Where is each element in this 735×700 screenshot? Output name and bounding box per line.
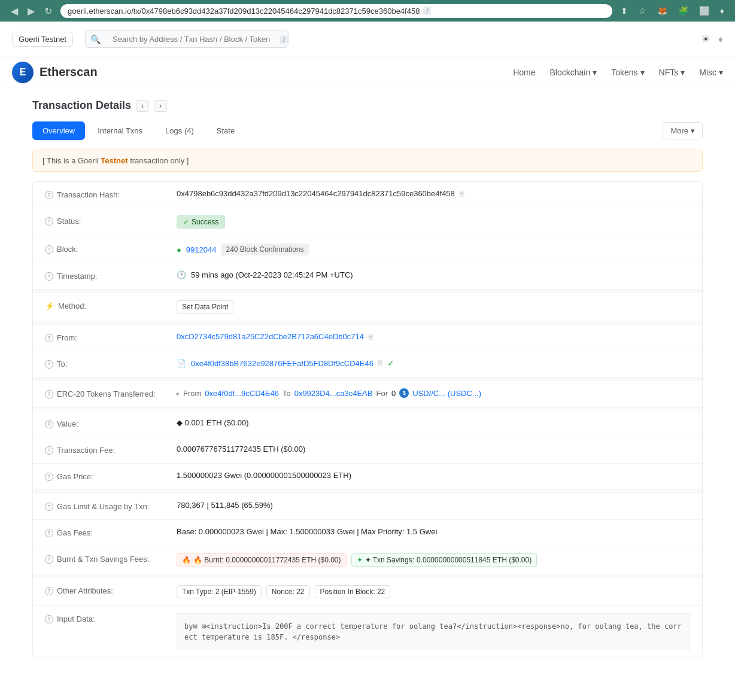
method-row: ⚡ Method: Set Data Point <box>33 293 702 321</box>
gasfees-help-icon[interactable]: ? <box>45 529 53 537</box>
nav-home[interactable]: Home <box>513 68 535 77</box>
nav-misc[interactable]: Misc ▾ <box>699 68 723 77</box>
tab-overview[interactable]: Overview <box>32 121 85 140</box>
txfee-row: ? Transaction Fee: 0.000767767511772435 … <box>33 437 702 464</box>
nav-links: Home Blockchain ▾ Tokens ▾ NFTs ▾ Misc ▾ <box>513 68 723 77</box>
gasprice-label: ? Gas Price: <box>45 471 177 481</box>
from-help-icon[interactable]: ? <box>45 334 53 342</box>
txn-type-badge: Txn Type: 2 (EIP-1559) <box>177 585 262 598</box>
value-label: ? Value: <box>45 418 177 428</box>
burnt-savings-value: 🔥 🔥 Burnt: 0.00000000011772435 ETH ($0.0… <box>177 553 690 567</box>
nav-blockchain[interactable]: Blockchain ▾ <box>549 68 597 77</box>
block-number-link[interactable]: 9912044 <box>186 245 217 254</box>
input-data-row: ? Input Data: by⊠ ⊠<instruction>Is 200F … <box>33 606 702 658</box>
to-label: ? To: <box>45 358 177 369</box>
page-inner: Transaction Details ‹ › Overview Interna… <box>20 87 715 670</box>
block-help-icon[interactable]: ? <box>45 245 53 254</box>
burnt-label: 🔥 Burnt: <box>193 556 223 564</box>
block-value: ● 9912044 240 Block Confirmations <box>177 244 690 255</box>
lightning-icon: ⚡ <box>45 302 54 311</box>
eth-button[interactable]: ♦ <box>716 5 728 17</box>
slash-badge: / <box>423 7 431 15</box>
back-button[interactable]: ◀ <box>7 4 22 18</box>
burnt-badge: 🔥 🔥 Burnt: 0.00000000011772435 ETH ($0.0… <box>177 553 347 567</box>
next-button[interactable]: › <box>154 100 167 112</box>
txfee-label: ? Transaction Fee: <box>45 445 177 455</box>
verified-icon: ✓ <box>387 358 394 368</box>
puzzle-button[interactable]: 🧩 <box>675 5 692 17</box>
from-row: ? From: 0xcD2734c579d81a25C22dCbe2B712a6… <box>33 325 702 351</box>
position-badge: Position In Block: 22 <box>315 585 391 598</box>
block-label: ? Block: <box>45 244 177 254</box>
fire-icon: 🔥 <box>182 556 191 564</box>
value-help-icon[interactable]: ? <box>45 420 53 428</box>
reload-button[interactable]: ↻ <box>41 4 56 18</box>
search-bar[interactable]: 🔍 / <box>85 31 288 48</box>
txfee-help-icon[interactable]: ? <box>45 446 53 455</box>
window-button[interactable]: ⬜ <box>695 5 713 17</box>
checkmark-icon: ✓ <box>183 218 189 226</box>
page-title: Transaction Details <box>32 99 131 112</box>
bookmark-button[interactable]: ☆ <box>635 5 650 17</box>
gasprice-help-icon[interactable]: ? <box>45 473 53 481</box>
status-badge: ✓ Success <box>177 215 225 229</box>
share-button[interactable]: ⬆ <box>617 5 631 17</box>
erc20-from-link[interactable]: 0xe4f0df...9cCD4E46 <box>205 389 279 398</box>
timestamp-help-icon[interactable]: ? <box>45 272 53 281</box>
search-slash: / <box>280 35 288 44</box>
browser-chrome: ◀ ▶ ↻ goerli.etherscan.io/tx/0x4798eb6c9… <box>0 0 735 22</box>
erc20-label: ? ERC-20 Tokens Transferred: <box>45 388 177 398</box>
input-data-value: by⊠ ⊠<instruction>Is 200F a correct temp… <box>177 613 690 650</box>
tab-logs[interactable]: Logs (4) <box>155 121 204 140</box>
other-attrs-label: ? Other Attributes: <box>45 585 177 595</box>
gaslimit-row: ? Gas Limit & Usage by Txn: 780,367 | 51… <box>33 494 702 520</box>
txhash-label: ? Transaction Hash: <box>45 189 177 199</box>
txfee-value: 0.000767767511772435 ETH ($0.00) <box>177 445 690 454</box>
tab-internal-txns[interactable]: Internal Txns <box>87 121 153 140</box>
nav-tokens[interactable]: Tokens ▾ <box>611 68 644 77</box>
timestamp-label: ? Timestamp: <box>45 270 177 281</box>
browser-nav[interactable]: ◀ ▶ ↻ <box>7 4 56 18</box>
burnt-help-icon[interactable]: ? <box>45 555 53 564</box>
usdc-icon: $ <box>399 388 409 398</box>
prev-button[interactable]: ‹ <box>136 100 149 112</box>
erc20-to-link[interactable]: 0x9923D4...ca3c4EAB <box>294 389 373 398</box>
url-bar: goerli.etherscan.io/tx/0x4798eb6c93dd432… <box>60 4 612 18</box>
network-selector[interactable]: Goerli Testnet <box>12 32 73 47</box>
other-attrs-value: Txn Type: 2 (EIP-1559) Nonce: 22 Positio… <box>177 585 690 598</box>
txhash-value: 0x4798eb6c93dd432a37fd209d13c22045464c29… <box>177 189 690 198</box>
forward-button[interactable]: ▶ <box>24 4 38 18</box>
input-data-box: by⊠ ⊠<instruction>Is 200F a correct temp… <box>177 613 690 650</box>
tabs: Overview Internal Txns Logs (4) State <box>32 121 245 140</box>
from-copy-icon[interactable]: ⎘ <box>369 333 373 341</box>
to-help-icon[interactable]: ? <box>45 360 53 369</box>
gaslimit-help-icon[interactable]: ? <box>45 503 53 511</box>
other-attrs-help-icon[interactable]: ? <box>45 587 53 595</box>
erc20-value: ▸ From 0xe4f0df...9cCD4E46 To 0x9923D4..… <box>177 388 690 398</box>
method-badge: Set Data Point <box>177 300 233 314</box>
eth-logo: ♦ <box>718 34 723 45</box>
top-nav: Goerli Testnet 🔍 / ☀ ♦ <box>0 22 735 57</box>
erc20-help-icon[interactable]: ? <box>45 390 53 398</box>
txhash-help-icon[interactable]: ? <box>45 191 53 199</box>
tabs-row: Overview Internal Txns Logs (4) State Mo… <box>32 121 703 140</box>
input-help-icon[interactable]: ? <box>45 615 53 623</box>
from-address-link[interactable]: 0xcD2734c579d81a25C22dCbe2B712a6C4eDb0c7… <box>177 332 364 341</box>
txhash-copy-icon[interactable]: ⎘ <box>460 190 464 198</box>
nonce-badge: Nonce: 22 <box>266 585 310 598</box>
erc20-amount: 0 <box>391 389 396 398</box>
tab-state[interactable]: State <box>206 121 245 140</box>
nav-nfts[interactable]: NFTs ▾ <box>659 68 685 77</box>
page-content: Transaction Details ‹ › Overview Interna… <box>0 87 735 700</box>
more-button[interactable]: More ▾ <box>663 122 703 139</box>
method-label: ⚡ Method: <box>45 300 177 311</box>
search-input[interactable] <box>105 31 280 47</box>
value-row: ? Value: ◆ 0.001 ETH ($0.00) <box>33 411 702 437</box>
logo[interactable]: E Etherscan <box>12 62 98 83</box>
theme-toggle[interactable]: ☀ <box>698 32 713 46</box>
to-address-link[interactable]: 0xe4f0df38bB7632e92876FEFafD5FD8Df9cCD4E… <box>191 359 373 368</box>
to-copy-icon[interactable]: ⎘ <box>378 359 382 367</box>
status-help-icon[interactable]: ? <box>45 217 53 226</box>
erc20-token-link[interactable]: USD//C... (USDC...) <box>412 389 481 398</box>
extension-button[interactable]: 🦊 <box>654 5 671 17</box>
